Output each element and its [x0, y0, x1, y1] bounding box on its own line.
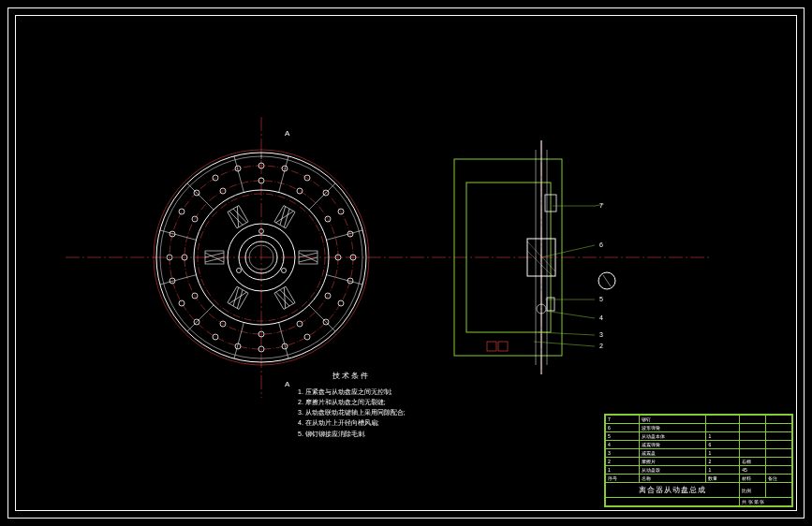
svg-line-64 [205, 257, 224, 262]
svg-line-82 [309, 305, 335, 331]
note-line: 2. 摩擦片和从动盘之间无裂缝; [298, 397, 406, 407]
parts-table: 7铆钉 6波形弹簧 5从动盘本体1 4减震弹簧6 3减震盘1 2摩擦片2石棉 1… [605, 415, 792, 506]
svg-line-83 [279, 323, 288, 359]
drawing-title: 离合器从动盘总成 [606, 483, 740, 498]
svg-text:2: 2 [599, 343, 603, 349]
svg-line-87 [160, 230, 197, 240]
svg-line-89 [234, 156, 244, 193]
svg-line-109 [534, 342, 595, 346]
svg-text:5: 5 [599, 296, 603, 302]
svg-line-102 [603, 275, 611, 286]
svg-line-78 [279, 156, 288, 193]
svg-rect-117 [498, 342, 508, 351]
note-line: 5. 铆钉铆接应消除毛刺. [298, 429, 406, 439]
section-label-bottom: A [285, 380, 290, 388]
svg-line-80 [327, 230, 363, 240]
svg-line-79 [309, 183, 335, 210]
svg-point-22 [338, 300, 344, 306]
svg-line-65 [205, 253, 224, 257]
svg-text:3: 3 [599, 331, 603, 338]
svg-line-86 [160, 275, 197, 285]
notes-title: 技术条件 [298, 371, 406, 383]
svg-line-105 [541, 245, 595, 257]
note-line: 4. 在从动片上开径向槽风扇; [298, 417, 406, 428]
svg-line-88 [187, 183, 214, 210]
svg-text:4: 4 [599, 314, 603, 321]
svg-text:7: 7 [599, 202, 603, 209]
svg-point-24 [304, 334, 310, 340]
svg-point-30 [179, 300, 185, 306]
svg-text:6: 6 [599, 241, 603, 248]
callout-leaders [534, 204, 604, 346]
svg-point-76 [237, 269, 242, 273]
svg-line-81 [327, 275, 363, 285]
technical-notes: 技术条件 1. 压紧盘与从动盘应之间无控制; 2. 摩擦片和从动盘之间无裂缝; … [298, 371, 406, 439]
note-line: 1. 压紧盘与从动盘应之间无控制; [298, 387, 406, 397]
section-label-top: A [285, 129, 290, 138]
svg-line-107 [545, 311, 595, 318]
svg-line-53 [299, 257, 317, 262]
title-block: 7铆钉 6波形弹簧 5从动盘本体1 4减震弹簧6 3减震盘1 2摩擦片2石棉 1… [604, 414, 793, 507]
svg-point-28 [213, 334, 218, 340]
svg-line-97 [527, 251, 553, 276]
svg-line-52 [299, 253, 317, 257]
svg-point-75 [282, 269, 287, 273]
centerlines [66, 117, 712, 398]
svg-rect-116 [487, 342, 496, 351]
svg-line-84 [234, 323, 244, 359]
note-line: 3. 从动盘联动花键轴上采用同隙配合; [298, 407, 406, 417]
svg-point-39 [297, 188, 303, 194]
svg-line-85 [187, 305, 214, 331]
